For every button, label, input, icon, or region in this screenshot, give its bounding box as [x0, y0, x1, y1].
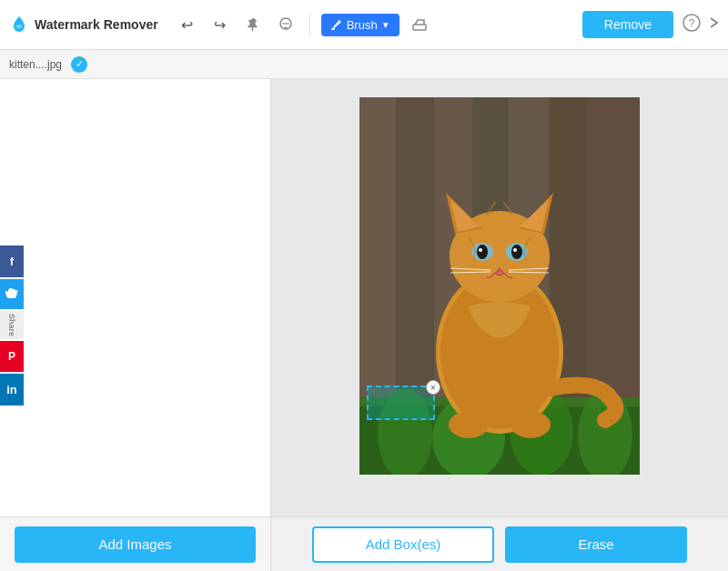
facebook-share-button[interactable]: f [0, 245, 24, 276]
svg-rect-6 [413, 25, 426, 30]
facebook-icon: f [10, 254, 14, 267]
brush-label: Brush [347, 18, 378, 32]
help-icon: ? [682, 14, 701, 32]
social-sidebar: f Share P in [0, 245, 24, 405]
pinterest-icon: P [8, 350, 15, 363]
svg-point-42 [511, 411, 551, 438]
selection-box[interactable]: × [367, 386, 435, 420]
right-bottom-bar: Add Box(es) Erase [271, 516, 728, 571]
erase-button[interactable]: Erase [505, 526, 687, 563]
help-button[interactable]: ? [682, 14, 701, 35]
selection-close-button[interactable]: × [426, 380, 440, 395]
pinterest-share-button[interactable]: P [0, 341, 24, 372]
comment-button[interactable] [273, 12, 298, 37]
chevron-right-icon [706, 15, 721, 30]
nav-next-button[interactable] [706, 15, 721, 34]
eraser-button[interactable] [407, 12, 432, 37]
svg-point-3 [285, 23, 287, 25]
brush-icon [330, 18, 343, 31]
share-text: Share [7, 313, 16, 336]
brush-button[interactable]: Brush ▼ [321, 14, 399, 36]
left-panel: f Share P in Add Images [0, 79, 271, 571]
remove-button[interactable]: Remove [582, 11, 673, 38]
main-content: f Share P in Add Images [0, 79, 728, 571]
add-images-button[interactable]: Add Images [15, 526, 256, 563]
share-label-button: Share [0, 310, 24, 338]
svg-point-33 [511, 245, 522, 259]
toolbar-separator [309, 14, 310, 35]
toolbar: Watermark Remover ↩ ↪ Brush ▼ Remove [0, 0, 728, 50]
app-logo-icon [9, 15, 29, 35]
file-check-badge: ✓ [71, 56, 87, 73]
file-name: kitten....jpg [9, 58, 62, 71]
twitter-icon [5, 287, 18, 299]
svg-point-34 [479, 248, 482, 252]
svg-text:?: ? [689, 17, 695, 30]
pin-button[interactable] [240, 12, 266, 37]
eraser-icon [412, 17, 427, 32]
right-panel: × Add Box(es) Erase [271, 79, 728, 571]
brush-chevron: ▼ [381, 20, 390, 30]
redo-button[interactable]: ↪ [207, 12, 233, 37]
svg-point-4 [287, 23, 288, 25]
undo-button[interactable]: ↩ [175, 12, 200, 37]
linkedin-share-button[interactable]: in [0, 374, 24, 406]
svg-point-35 [513, 248, 517, 252]
app-logo: Watermark Remover [9, 15, 158, 35]
app-title: Watermark Remover [35, 17, 158, 32]
left-bottom-bar: Add Images [0, 516, 270, 571]
svg-point-41 [449, 411, 489, 438]
twitter-share-button[interactable] [0, 278, 24, 308]
image-canvas[interactable]: × [359, 97, 640, 475]
svg-rect-5 [331, 28, 335, 30]
comment-icon [278, 17, 293, 32]
linkedin-icon: in [6, 383, 17, 396]
svg-point-2 [282, 23, 284, 25]
pin-icon [246, 17, 260, 32]
file-tab: kitten....jpg ✓ [0, 50, 728, 79]
svg-point-0 [16, 25, 22, 28]
svg-point-32 [477, 245, 488, 259]
add-boxes-button[interactable]: Add Box(es) [312, 526, 494, 563]
